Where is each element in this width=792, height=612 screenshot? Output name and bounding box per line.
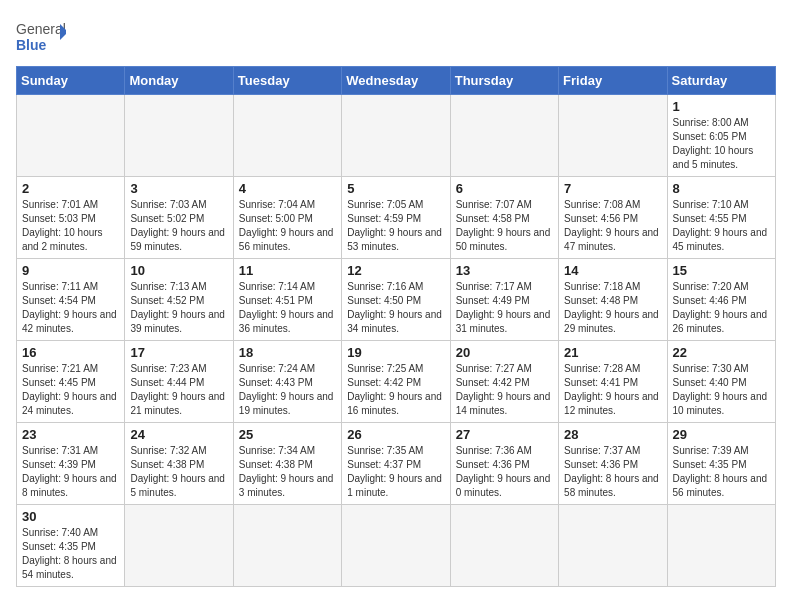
week-row-5: 30Sunrise: 7:40 AM Sunset: 4:35 PM Dayli…: [17, 505, 776, 587]
calendar-cell: [667, 505, 775, 587]
calendar-cell: 21Sunrise: 7:28 AM Sunset: 4:41 PM Dayli…: [559, 341, 667, 423]
day-info: Sunrise: 7:16 AM Sunset: 4:50 PM Dayligh…: [347, 280, 444, 336]
calendar-cell: 30Sunrise: 7:40 AM Sunset: 4:35 PM Dayli…: [17, 505, 125, 587]
calendar-cell: 18Sunrise: 7:24 AM Sunset: 4:43 PM Dayli…: [233, 341, 341, 423]
day-number: 4: [239, 181, 336, 196]
week-row-0: 1Sunrise: 8:00 AM Sunset: 6:05 PM Daylig…: [17, 95, 776, 177]
day-info: Sunrise: 7:08 AM Sunset: 4:56 PM Dayligh…: [564, 198, 661, 254]
day-info: Sunrise: 7:31 AM Sunset: 4:39 PM Dayligh…: [22, 444, 119, 500]
day-number: 23: [22, 427, 119, 442]
day-number: 8: [673, 181, 770, 196]
day-info: Sunrise: 7:27 AM Sunset: 4:42 PM Dayligh…: [456, 362, 553, 418]
calendar-cell: 9Sunrise: 7:11 AM Sunset: 4:54 PM Daylig…: [17, 259, 125, 341]
calendar-cell: [17, 95, 125, 177]
day-info: Sunrise: 7:23 AM Sunset: 4:44 PM Dayligh…: [130, 362, 227, 418]
calendar-cell: 12Sunrise: 7:16 AM Sunset: 4:50 PM Dayli…: [342, 259, 450, 341]
day-info: Sunrise: 7:11 AM Sunset: 4:54 PM Dayligh…: [22, 280, 119, 336]
day-info: Sunrise: 7:10 AM Sunset: 4:55 PM Dayligh…: [673, 198, 770, 254]
day-info: Sunrise: 7:32 AM Sunset: 4:38 PM Dayligh…: [130, 444, 227, 500]
day-number: 2: [22, 181, 119, 196]
day-number: 26: [347, 427, 444, 442]
calendar-cell: [233, 95, 341, 177]
day-info: Sunrise: 7:40 AM Sunset: 4:35 PM Dayligh…: [22, 526, 119, 582]
day-number: 19: [347, 345, 444, 360]
calendar-cell: 14Sunrise: 7:18 AM Sunset: 4:48 PM Dayli…: [559, 259, 667, 341]
day-number: 5: [347, 181, 444, 196]
day-info: Sunrise: 7:25 AM Sunset: 4:42 PM Dayligh…: [347, 362, 444, 418]
header-sunday: Sunday: [17, 67, 125, 95]
day-number: 29: [673, 427, 770, 442]
calendar-cell: 23Sunrise: 7:31 AM Sunset: 4:39 PM Dayli…: [17, 423, 125, 505]
day-info: Sunrise: 7:30 AM Sunset: 4:40 PM Dayligh…: [673, 362, 770, 418]
header-friday: Friday: [559, 67, 667, 95]
header-thursday: Thursday: [450, 67, 558, 95]
day-info: Sunrise: 7:07 AM Sunset: 4:58 PM Dayligh…: [456, 198, 553, 254]
day-info: Sunrise: 8:00 AM Sunset: 6:05 PM Dayligh…: [673, 116, 770, 172]
day-info: Sunrise: 7:37 AM Sunset: 4:36 PM Dayligh…: [564, 444, 661, 500]
calendar-cell: [559, 95, 667, 177]
calendar-cell: [125, 95, 233, 177]
calendar-cell: 20Sunrise: 7:27 AM Sunset: 4:42 PM Dayli…: [450, 341, 558, 423]
calendar-cell: 24Sunrise: 7:32 AM Sunset: 4:38 PM Dayli…: [125, 423, 233, 505]
week-row-1: 2Sunrise: 7:01 AM Sunset: 5:03 PM Daylig…: [17, 177, 776, 259]
day-info: Sunrise: 7:34 AM Sunset: 4:38 PM Dayligh…: [239, 444, 336, 500]
day-number: 10: [130, 263, 227, 278]
header-tuesday: Tuesday: [233, 67, 341, 95]
calendar-cell: 29Sunrise: 7:39 AM Sunset: 4:35 PM Dayli…: [667, 423, 775, 505]
day-info: Sunrise: 7:24 AM Sunset: 4:43 PM Dayligh…: [239, 362, 336, 418]
calendar-cell: 27Sunrise: 7:36 AM Sunset: 4:36 PM Dayli…: [450, 423, 558, 505]
day-number: 7: [564, 181, 661, 196]
calendar-cell: [450, 505, 558, 587]
week-row-3: 16Sunrise: 7:21 AM Sunset: 4:45 PM Dayli…: [17, 341, 776, 423]
day-number: 15: [673, 263, 770, 278]
logo-svg: General Blue: [16, 16, 66, 56]
calendar-cell: 4Sunrise: 7:04 AM Sunset: 5:00 PM Daylig…: [233, 177, 341, 259]
day-number: 16: [22, 345, 119, 360]
day-number: 13: [456, 263, 553, 278]
calendar-cell: 22Sunrise: 7:30 AM Sunset: 4:40 PM Dayli…: [667, 341, 775, 423]
day-info: Sunrise: 7:21 AM Sunset: 4:45 PM Dayligh…: [22, 362, 119, 418]
calendar-cell: 2Sunrise: 7:01 AM Sunset: 5:03 PM Daylig…: [17, 177, 125, 259]
calendar-cell: 13Sunrise: 7:17 AM Sunset: 4:49 PM Dayli…: [450, 259, 558, 341]
svg-text:Blue: Blue: [16, 37, 47, 53]
calendar-cell: 3Sunrise: 7:03 AM Sunset: 5:02 PM Daylig…: [125, 177, 233, 259]
day-number: 22: [673, 345, 770, 360]
calendar-cell: 15Sunrise: 7:20 AM Sunset: 4:46 PM Dayli…: [667, 259, 775, 341]
calendar-cell: 5Sunrise: 7:05 AM Sunset: 4:59 PM Daylig…: [342, 177, 450, 259]
day-number: 12: [347, 263, 444, 278]
calendar-cell: 26Sunrise: 7:35 AM Sunset: 4:37 PM Dayli…: [342, 423, 450, 505]
day-number: 25: [239, 427, 336, 442]
calendar-cell: [450, 95, 558, 177]
day-number: 9: [22, 263, 119, 278]
day-info: Sunrise: 7:13 AM Sunset: 4:52 PM Dayligh…: [130, 280, 227, 336]
header: General Blue: [16, 16, 776, 56]
day-number: 3: [130, 181, 227, 196]
calendar-cell: 7Sunrise: 7:08 AM Sunset: 4:56 PM Daylig…: [559, 177, 667, 259]
day-number: 6: [456, 181, 553, 196]
calendar-cell: 17Sunrise: 7:23 AM Sunset: 4:44 PM Dayli…: [125, 341, 233, 423]
day-info: Sunrise: 7:17 AM Sunset: 4:49 PM Dayligh…: [456, 280, 553, 336]
day-info: Sunrise: 7:14 AM Sunset: 4:51 PM Dayligh…: [239, 280, 336, 336]
svg-text:General: General: [16, 21, 66, 37]
day-info: Sunrise: 7:05 AM Sunset: 4:59 PM Dayligh…: [347, 198, 444, 254]
day-number: 11: [239, 263, 336, 278]
day-number: 20: [456, 345, 553, 360]
calendar-cell: [342, 95, 450, 177]
header-monday: Monday: [125, 67, 233, 95]
day-number: 24: [130, 427, 227, 442]
day-info: Sunrise: 7:04 AM Sunset: 5:00 PM Dayligh…: [239, 198, 336, 254]
day-number: 17: [130, 345, 227, 360]
day-number: 1: [673, 99, 770, 114]
calendar-cell: [125, 505, 233, 587]
calendar-cell: 6Sunrise: 7:07 AM Sunset: 4:58 PM Daylig…: [450, 177, 558, 259]
header-saturday: Saturday: [667, 67, 775, 95]
day-info: Sunrise: 7:20 AM Sunset: 4:46 PM Dayligh…: [673, 280, 770, 336]
calendar-cell: 10Sunrise: 7:13 AM Sunset: 4:52 PM Dayli…: [125, 259, 233, 341]
calendar-cell: 28Sunrise: 7:37 AM Sunset: 4:36 PM Dayli…: [559, 423, 667, 505]
header-wednesday: Wednesday: [342, 67, 450, 95]
calendar-cell: [342, 505, 450, 587]
week-row-4: 23Sunrise: 7:31 AM Sunset: 4:39 PM Dayli…: [17, 423, 776, 505]
day-info: Sunrise: 7:01 AM Sunset: 5:03 PM Dayligh…: [22, 198, 119, 254]
day-number: 21: [564, 345, 661, 360]
day-info: Sunrise: 7:36 AM Sunset: 4:36 PM Dayligh…: [456, 444, 553, 500]
